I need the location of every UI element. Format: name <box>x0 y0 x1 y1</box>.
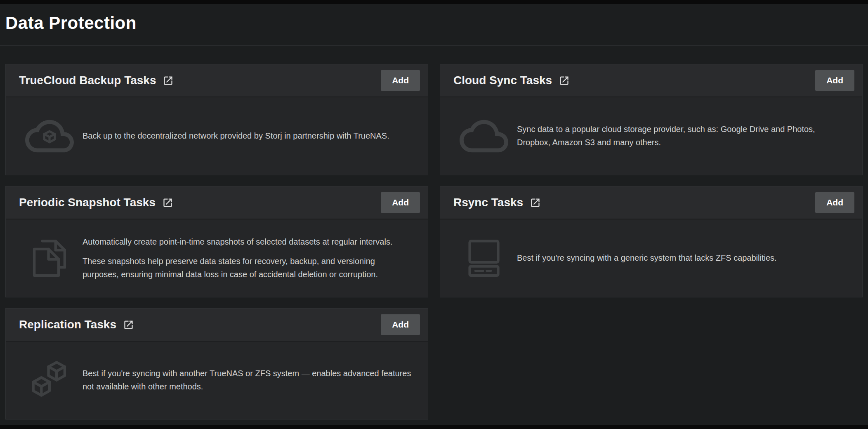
external-link-icon[interactable] <box>530 197 541 208</box>
card-description: Sync data to a popular cloud storage pro… <box>517 123 846 149</box>
storj-cloud-icon <box>25 112 74 160</box>
external-link-icon[interactable] <box>162 197 173 208</box>
add-button[interactable]: Add <box>815 192 854 213</box>
external-link-icon[interactable] <box>163 75 174 86</box>
replication-tasks-card: Replication Tasks Add <box>5 308 428 420</box>
rsync-tasks-link[interactable]: Rsync Tasks <box>453 196 541 209</box>
card-body: Sync data to a popular cloud storage pro… <box>440 97 862 175</box>
card-grid: TrueCloud Backup Tasks Add <box>5 64 863 420</box>
add-button[interactable]: Add <box>381 192 420 213</box>
periodic-snapshot-tasks-card: Periodic Snapshot Tasks Add <box>5 186 428 297</box>
replication-cubes-icon <box>25 356 74 405</box>
card-body: Back up to the decentralized network pro… <box>6 97 428 175</box>
card-header: Periodic Snapshot Tasks Add <box>6 186 428 219</box>
external-link-icon[interactable] <box>123 319 134 330</box>
card-header: Rsync Tasks Add <box>440 186 862 219</box>
add-button[interactable]: Add <box>381 314 420 335</box>
card-description: Best if you're syncing with a generic sy… <box>517 252 777 265</box>
card-description: Best if you're syncing with another True… <box>83 367 411 393</box>
header-divider <box>0 45 868 46</box>
page-title: Data Protection <box>5 13 863 33</box>
computer-icon <box>459 234 509 283</box>
replication-tasks-link[interactable]: Replication Tasks <box>19 318 134 331</box>
external-link-icon[interactable] <box>559 75 570 86</box>
add-button[interactable]: Add <box>815 70 854 91</box>
data-protection-page: Data Protection TrueCloud Backup Tasks A… <box>0 0 868 420</box>
periodic-snapshot-tasks-link[interactable]: Periodic Snapshot Tasks <box>19 196 173 209</box>
cloud-sync-tasks-card: Cloud Sync Tasks Add Sync data to a popu… <box>440 64 863 175</box>
card-header: TrueCloud Backup Tasks Add <box>6 64 428 97</box>
truecloud-backup-tasks-link[interactable]: TrueCloud Backup Tasks <box>19 74 174 87</box>
cloud-icon <box>459 112 509 160</box>
rsync-tasks-card: Rsync Tasks Add <box>440 186 863 297</box>
cloud-sync-tasks-link[interactable]: Cloud Sync Tasks <box>453 74 570 87</box>
snapshots-icon <box>25 234 74 283</box>
card-title: Cloud Sync Tasks <box>453 74 552 87</box>
bottom-edge-bar <box>0 425 868 429</box>
card-title: Replication Tasks <box>19 318 116 331</box>
card-header: Replication Tasks Add <box>6 309 428 342</box>
card-body: Best if you're syncing with another True… <box>6 342 428 419</box>
card-header: Cloud Sync Tasks Add <box>440 64 862 97</box>
card-title: Rsync Tasks <box>453 196 523 209</box>
card-body: Best if you're syncing with a generic sy… <box>440 219 862 297</box>
card-description: Back up to the decentralized network pro… <box>83 130 389 143</box>
truecloud-backup-tasks-card: TrueCloud Backup Tasks Add <box>5 64 428 175</box>
add-button[interactable]: Add <box>381 70 420 91</box>
card-body: Automatically create point-in-time snaps… <box>6 219 428 297</box>
card-title: Periodic Snapshot Tasks <box>19 196 156 209</box>
top-edge-bar <box>0 0 868 4</box>
card-title: TrueCloud Backup Tasks <box>19 74 156 87</box>
card-description: Automatically create point-in-time snaps… <box>83 236 411 281</box>
